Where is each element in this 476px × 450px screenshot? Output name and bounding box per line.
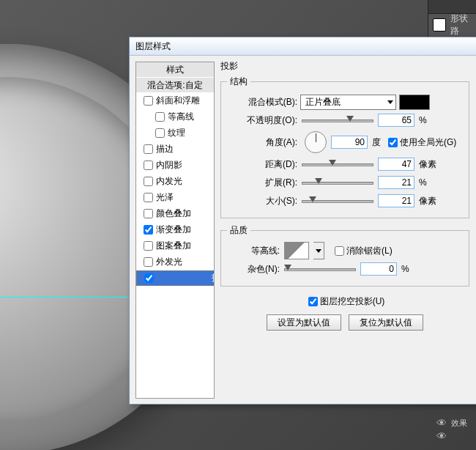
blending-options-item[interactable]: 混合选项:自定 xyxy=(136,78,214,93)
spread-input[interactable] xyxy=(378,176,414,189)
style-item-label: 外发光 xyxy=(156,256,182,268)
color-swatch-icon xyxy=(433,18,446,32)
angle-unit: 度 xyxy=(372,136,381,149)
layer-row[interactable]: 形状路 xyxy=(428,14,476,36)
style-item-外发光[interactable]: 外发光 xyxy=(136,254,214,270)
style-item-图案叠加[interactable]: 图案叠加 xyxy=(136,238,214,254)
style-checkbox[interactable] xyxy=(144,273,154,283)
spread-label: 扩展(R): xyxy=(227,177,300,189)
drop-shadow-panel: 投影 结构 混合模式(B): 正片叠底 不透明度(O): % xyxy=(215,56,476,405)
knockout-checkbox[interactable] xyxy=(308,297,318,306)
style-item-等高线[interactable]: 等高线 xyxy=(136,109,214,125)
opacity-slider[interactable] xyxy=(302,114,373,127)
chevron-down-icon xyxy=(387,100,393,104)
style-checkbox[interactable] xyxy=(144,241,153,251)
anti-alias-checkbox[interactable] xyxy=(335,246,344,256)
size-label: 大小(S): xyxy=(227,195,300,207)
contour-label: 等高线: xyxy=(227,245,283,257)
contour-picker-button[interactable] xyxy=(313,242,324,259)
layer-style-dialog: 图层样式 样式 混合选项:自定 斜面和浮雕等高线纹理描边内阴影内发光光泽颜色叠加… xyxy=(129,37,476,405)
distance-slider[interactable] xyxy=(302,158,373,171)
use-global-light-label: 使用全局光(G) xyxy=(400,136,456,149)
style-item-label: 内阴影 xyxy=(156,159,182,171)
knockout-label: 图层挖空投影(U) xyxy=(320,295,385,308)
style-item-纹理[interactable]: 纹理 xyxy=(136,125,214,141)
style-checkbox[interactable] xyxy=(155,112,165,122)
blend-mode-value: 正片叠底 xyxy=(305,96,341,108)
style-checkbox[interactable] xyxy=(144,177,153,186)
noise-slider[interactable] xyxy=(284,262,356,276)
noise-label: 杂色(N): xyxy=(227,263,283,276)
panel-title: 投影 xyxy=(220,60,471,73)
style-list: 样式 混合选项:自定 斜面和浮雕等高线纹理描边内阴影内发光光泽颜色叠加渐变叠加图… xyxy=(135,62,215,399)
structure-legend: 结构 xyxy=(227,75,250,88)
style-item-渐变叠加[interactable]: 渐变叠加 xyxy=(136,222,214,238)
style-item-label: 斜面和浮雕 xyxy=(156,95,200,107)
dialog-titlebar[interactable]: 图层样式 xyxy=(130,37,476,56)
angle-input[interactable] xyxy=(331,136,368,149)
contour-swatch[interactable] xyxy=(284,242,309,259)
visibility-eye-icon[interactable]: 👁 xyxy=(436,417,447,429)
size-unit: 像素 xyxy=(419,195,436,207)
size-input[interactable] xyxy=(378,194,414,207)
style-checkbox[interactable] xyxy=(144,161,153,170)
reset-default-button[interactable]: 复位为默认值 xyxy=(349,314,423,331)
structure-group: 结构 混合模式(B): 正片叠底 不透明度(O): % 角度(A xyxy=(220,75,469,218)
spread-unit: % xyxy=(419,177,427,188)
noise-input[interactable] xyxy=(360,262,397,276)
make-default-button[interactable]: 设置为默认值 xyxy=(267,314,341,331)
layer-name: 形状路 xyxy=(450,12,476,37)
noise-unit: % xyxy=(401,264,409,274)
visibility-eye-icon[interactable]: 👁 xyxy=(436,430,447,442)
anti-alias-label: 消除锯齿(L) xyxy=(346,245,393,257)
style-item-内发光[interactable]: 内发光 xyxy=(136,174,214,190)
style-list-header[interactable]: 样式 xyxy=(136,62,214,78)
style-item-label: 等高线 xyxy=(168,111,194,123)
style-item-颜色叠加[interactable]: 颜色叠加 xyxy=(136,206,214,222)
style-checkbox[interactable] xyxy=(144,96,153,106)
dialog-title: 图层样式 xyxy=(135,41,171,51)
style-item-斜面和浮雕[interactable]: 斜面和浮雕 xyxy=(136,93,214,109)
chevron-down-icon xyxy=(316,249,321,253)
blend-mode-label: 混合模式(B): xyxy=(227,96,300,108)
effects-strip: 👁效果 👁 xyxy=(432,416,476,443)
size-slider[interactable] xyxy=(302,194,373,207)
distance-input[interactable] xyxy=(378,158,414,171)
style-item-内阴影[interactable]: 内阴影 xyxy=(136,158,214,174)
angle-dial[interactable] xyxy=(305,131,327,153)
opacity-input[interactable] xyxy=(378,114,414,127)
style-item-label: 渐变叠加 xyxy=(156,224,191,236)
opacity-label: 不透明度(O): xyxy=(227,114,300,127)
distance-label: 距离(D): xyxy=(227,158,300,171)
style-checkbox[interactable] xyxy=(144,144,153,154)
style-item-label: 图案叠加 xyxy=(156,240,191,252)
style-item-label: 内发光 xyxy=(156,175,182,188)
style-checkbox[interactable] xyxy=(144,193,153,202)
style-checkbox[interactable] xyxy=(155,128,165,138)
quality-group: 品质 等高线: 消除锯齿(L) 杂色(N): % xyxy=(220,224,469,287)
style-checkbox[interactable] xyxy=(144,209,153,218)
angle-label: 角度(A): xyxy=(227,136,300,149)
shadow-color-swatch[interactable] xyxy=(399,95,430,110)
style-item-label: 颜色叠加 xyxy=(156,207,191,220)
style-item-label: 光泽 xyxy=(156,191,174,204)
fx-label: 效果 xyxy=(451,418,467,429)
style-checkbox[interactable] xyxy=(144,257,153,267)
style-item-投影[interactable]: 投影 xyxy=(136,270,215,286)
style-item-label: 描边 xyxy=(156,143,174,155)
use-global-light-checkbox[interactable] xyxy=(388,138,398,147)
style-item-描边[interactable]: 描边 xyxy=(136,141,214,158)
opacity-unit: % xyxy=(419,115,427,125)
style-item-label: 纹理 xyxy=(168,127,185,139)
distance-unit: 像素 xyxy=(419,158,436,171)
style-item-光泽[interactable]: 光泽 xyxy=(136,190,214,206)
blend-mode-select[interactable]: 正片叠底 xyxy=(300,95,396,110)
spread-slider[interactable] xyxy=(302,176,373,189)
quality-legend: 品质 xyxy=(227,224,250,237)
style-checkbox[interactable] xyxy=(144,225,153,235)
